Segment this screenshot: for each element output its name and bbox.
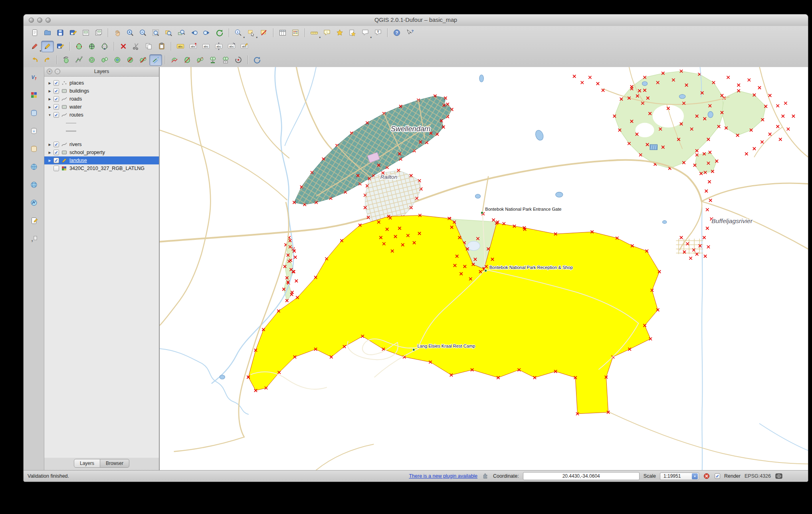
move-label-button[interactable]: abc <box>212 41 225 52</box>
add-postgis-layer-button[interactable] <box>27 107 41 119</box>
layer-checkbox[interactable]: ✓ <box>53 158 59 163</box>
node-tool-button[interactable] <box>98 41 111 52</box>
twisty-icon[interactable]: ▶ <box>48 151 52 154</box>
help-button[interactable]: ? <box>390 27 403 39</box>
cut-features-button[interactable] <box>130 41 143 52</box>
close-window-button[interactable] <box>29 18 34 23</box>
stop-render-icon[interactable] <box>703 472 711 480</box>
layer-item-school_property[interactable]: ▶✓school_property <box>44 148 159 156</box>
new-project-button[interactable] <box>28 27 41 39</box>
split-parts-button[interactable] <box>194 54 206 66</box>
delete-selected-button[interactable] <box>117 41 130 52</box>
twisty-icon[interactable]: ▶ <box>48 159 52 162</box>
twisty-icon[interactable]: ▶ <box>48 105 52 109</box>
add-feature-button[interactable] <box>73 41 85 52</box>
layer-checkbox[interactable]: ✓ <box>53 150 59 155</box>
map-canvas[interactable]: Swellendam Railton Buffeljagsrivier Bont… <box>159 67 808 470</box>
rotate-point-symbols-button[interactable] <box>232 54 245 66</box>
deselect-features-button[interactable] <box>257 27 270 39</box>
add-vector-layer-button[interactable]: V <box>27 71 41 83</box>
layer-checkbox[interactable]: ✓ <box>53 104 59 110</box>
synchronize-button[interactable] <box>251 54 263 66</box>
refresh-map-button[interactable] <box>213 27 226 39</box>
twisty-icon[interactable]: ▼ <box>48 113 52 117</box>
add-wms-layer-button[interactable] <box>27 161 41 173</box>
layer-item-landuse[interactable]: ▶✓landuse <box>44 156 159 164</box>
layer-item-routes[interactable]: ▼✓routes <box>44 111 159 119</box>
layer-item-3420C_2010_327_RGB_LATLNG[interactable]: 3420C_2010_327_RGB_LATLNG <box>44 164 159 172</box>
field-calculator-button[interactable] <box>289 27 302 39</box>
current-edits-button[interactable]: ▾ <box>28 41 41 52</box>
toggle-editing-button[interactable] <box>41 41 54 52</box>
render-checkbox[interactable]: ✓ <box>715 473 720 479</box>
layer-checkbox[interactable]: ✓ <box>53 112 59 118</box>
zoom-to-layer-button[interactable] <box>175 27 188 39</box>
add-wfs-layer-button[interactable] <box>27 197 41 209</box>
title-bar[interactable]: QGIS 2.0.1-Dufour – basic_map <box>24 14 808 26</box>
combo-arrow-icon[interactable]: ▼ <box>692 473 698 479</box>
rotate-feature-button[interactable] <box>60 54 73 66</box>
save-layer-edits-button[interactable] <box>54 41 67 52</box>
identify-features-button[interactable]: i▾ <box>232 27 245 39</box>
window-controls[interactable] <box>29 18 51 23</box>
layer-checkbox[interactable]: ✓ <box>53 142 59 147</box>
crs-status-icon[interactable] <box>775 472 782 480</box>
show-bookmarks-button[interactable] <box>346 27 359 39</box>
panel-tab-browser[interactable]: Browser <box>100 459 129 468</box>
minimize-window-button[interactable] <box>37 18 42 23</box>
annotation-button[interactable]: ▾ <box>359 27 372 39</box>
zoom-window-button[interactable] <box>46 18 51 23</box>
pan-map-button[interactable] <box>111 27 124 39</box>
twisty-icon[interactable]: ▶ <box>48 89 52 93</box>
show-hidden-labels-button[interactable]: abc <box>200 41 212 52</box>
zoom-last-button[interactable] <box>188 27 200 39</box>
zoom-in-button[interactable] <box>124 27 137 39</box>
layer-checkbox[interactable]: ✓ <box>53 96 59 102</box>
map-tips-button[interactable]: i <box>321 27 333 39</box>
move-feature-button[interactable] <box>85 41 98 52</box>
merge-attributes-button[interactable] <box>219 54 232 66</box>
simplify-feature-button[interactable] <box>73 54 85 66</box>
merge-features-button[interactable] <box>206 54 219 66</box>
add-mssql-layer-button[interactable] <box>27 143 41 155</box>
add-ring-button[interactable] <box>85 54 98 66</box>
twisty-icon[interactable]: ▶ <box>48 143 52 146</box>
pin-labels-button[interactable]: abc <box>187 41 200 52</box>
split-features-button[interactable] <box>181 54 194 66</box>
panel-close-icon[interactable]: ✕ <box>47 69 52 74</box>
twisty-icon[interactable]: ▶ <box>48 97 52 101</box>
layer-checkbox[interactable]: ✓ <box>53 80 59 86</box>
delete-ring-button[interactable] <box>124 54 137 66</box>
plugin-link[interactable]: There is a new plugin available <box>409 473 477 479</box>
add-raster-layer-button[interactable] <box>27 89 41 101</box>
zoom-next-button[interactable] <box>200 27 213 39</box>
measure-button[interactable]: ▾ <box>308 27 321 39</box>
zoom-out-button[interactable] <box>137 27 149 39</box>
plugin-icon[interactable] <box>481 472 489 480</box>
add-delimited-text-layer-button[interactable]: , <box>27 233 41 245</box>
copy-features-button[interactable] <box>143 41 155 52</box>
layer-checkbox[interactable]: ✓ <box>53 88 59 94</box>
panel-detach-icon[interactable]: ◦ <box>55 69 60 74</box>
panel-tab-layers[interactable]: Layers <box>74 459 100 468</box>
offset-curve-button[interactable] <box>149 54 162 66</box>
open-project-button[interactable] <box>41 27 54 39</box>
add-wcs-layer-button[interactable] <box>27 179 41 191</box>
labeling-button[interactable]: abc <box>174 41 187 52</box>
layer-checkbox[interactable] <box>53 166 59 171</box>
text-annotation-button[interactable]: T <box>372 27 384 39</box>
new-bookmark-button[interactable] <box>333 27 346 39</box>
whats-this-button[interactable]: ? <box>403 27 416 39</box>
fill-ring-button[interactable] <box>111 54 124 66</box>
change-label-button[interactable]: abc <box>238 41 251 52</box>
select-features-button[interactable]: ▾ <box>245 27 257 39</box>
open-attribute-table-button[interactable] <box>276 27 289 39</box>
layer-item-places[interactable]: ▶✓places <box>44 79 159 87</box>
add-part-button[interactable] <box>98 54 111 66</box>
map-svg[interactable]: Swellendam Railton Buffeljagsrivier Bont… <box>160 67 808 470</box>
add-spatialite-layer-button[interactable] <box>27 125 41 137</box>
redo-button[interactable] <box>41 54 54 66</box>
layer-item-roads[interactable]: ▶✓roads <box>44 95 159 103</box>
undo-button[interactable] <box>28 54 41 66</box>
new-shapefile-layer-button[interactable] <box>27 215 41 227</box>
